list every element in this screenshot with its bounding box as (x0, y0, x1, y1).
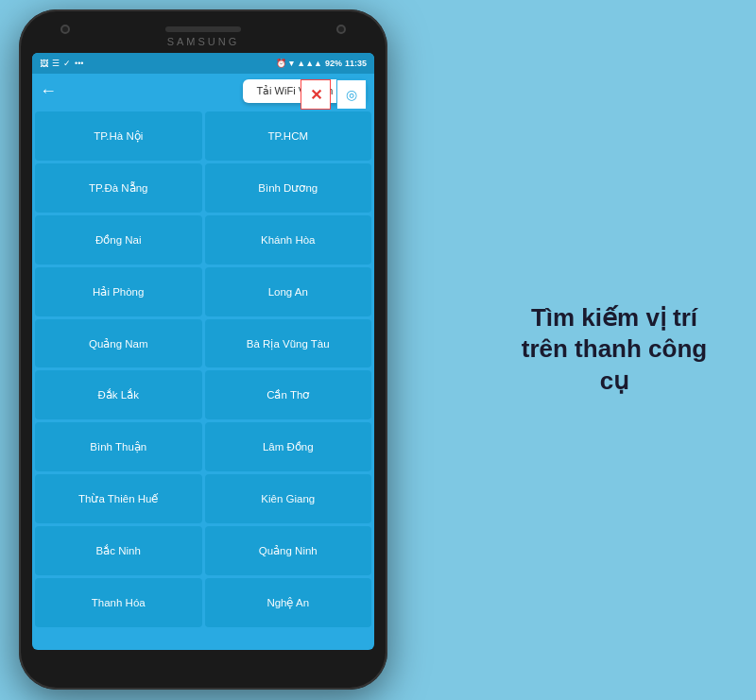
status-dots-icon: ••• (75, 59, 83, 68)
city-item[interactable]: TP.Đà Nẵng (35, 163, 202, 213)
phone-body: SAMSUNG 🖼 ☰ ✓ ••• ⏰ ▾ ▲▲▲ 92% 11:35 (19, 9, 387, 690)
right-text-line1: Tìm kiếm vị trí (531, 303, 697, 332)
location-icon: ◎ (346, 87, 357, 102)
city-item[interactable]: Bà Rịa Vũng Tàu (205, 319, 372, 368)
city-item[interactable]: TP.Hà Nội (35, 111, 202, 161)
city-item[interactable]: Bắc Ninh (35, 526, 202, 575)
status-image-icon: 🖼 (40, 59, 48, 68)
samsung-logo: SAMSUNG (167, 36, 240, 47)
back-button[interactable]: ← (40, 81, 57, 101)
city-item[interactable]: Long An (205, 267, 372, 316)
right-panel: Tìm kiếm vị trí trên thanh công cụ (510, 302, 718, 398)
clock: 11:35 (345, 59, 367, 68)
city-item[interactable]: Khánh Hòa (205, 215, 372, 265)
phone-device: SAMSUNG 🖼 ☰ ✓ ••• ⏰ ▾ ▲▲▲ 92% 11:35 (19, 9, 387, 690)
city-item[interactable]: Quảng Nam (35, 319, 202, 368)
alarm-icon: ⏰ (276, 59, 286, 68)
city-item[interactable]: Hải Phòng (35, 267, 202, 316)
city-item[interactable]: TP.HCM (205, 111, 372, 161)
app-header: ← Tải WiFi Version mới ✕ ◎ (32, 74, 374, 109)
status-bar-right: ⏰ ▾ ▲▲▲ 92% 11:35 (276, 59, 367, 68)
status-bar-left: 🖼 ☰ ✓ ••• (40, 59, 83, 68)
close-icon-box[interactable]: ✕ (301, 79, 331, 110)
status-menu-icon: ☰ (52, 59, 60, 68)
location-icon-box[interactable]: ◎ (336, 79, 367, 110)
city-grid: TP.Hà NộiTP.HCMTP.Đà NẵngBình DươngĐồng … (32, 109, 374, 630)
city-item[interactable]: Thừa Thiên Huế (35, 474, 202, 523)
close-icon: ✕ (310, 86, 322, 104)
right-panel-text: Tìm kiếm vị trí trên thanh công cụ (510, 302, 718, 398)
wifi-icon: ▾ (289, 59, 294, 68)
front-camera-left (60, 25, 70, 34)
battery-level: 92% (325, 59, 342, 68)
city-item[interactable]: Bình Thuận (35, 422, 202, 471)
city-item[interactable]: Nghệ An (205, 578, 372, 627)
city-item[interactable]: Bình Dương (205, 163, 372, 213)
status-bar: 🖼 ☰ ✓ ••• ⏰ ▾ ▲▲▲ 92% 11:35 (32, 53, 374, 74)
city-item[interactable]: Thanh Hóa (35, 578, 202, 627)
phone-screen: 🖼 ☰ ✓ ••• ⏰ ▾ ▲▲▲ 92% 11:35 ← Tải WiFi V… (32, 53, 374, 650)
status-tick-icon: ✓ (63, 59, 71, 68)
phone-speaker (165, 26, 241, 32)
right-text-line2: trên thanh công cụ (522, 335, 707, 396)
city-item[interactable]: Kiên Giang (205, 474, 372, 523)
city-item[interactable]: Lâm Đồng (205, 422, 372, 471)
signal-icon: ▲▲▲ (297, 59, 322, 68)
city-item[interactable]: Quảng Ninh (205, 526, 372, 575)
header-icons: ✕ ◎ (301, 79, 367, 110)
city-item[interactable]: Cần Thơ (205, 370, 372, 419)
city-item[interactable]: Đồng Nai (35, 215, 202, 265)
front-camera-right (336, 25, 346, 34)
city-item[interactable]: Đắk Lắk (35, 370, 202, 419)
